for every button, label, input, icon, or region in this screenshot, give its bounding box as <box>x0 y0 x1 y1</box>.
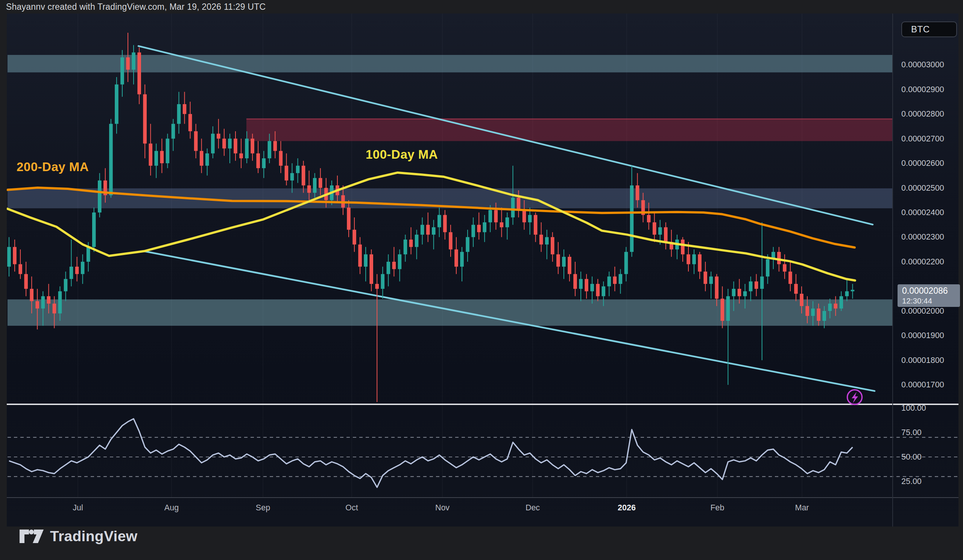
candle-body <box>522 210 526 222</box>
candle-body <box>24 274 28 289</box>
candle-body <box>630 185 634 252</box>
candle-body <box>704 272 707 284</box>
candle-body <box>126 58 130 70</box>
candle-body <box>364 254 368 267</box>
candle-body <box>709 277 713 284</box>
candle-body <box>217 134 220 138</box>
flash-publish-icon[interactable] <box>848 390 862 405</box>
candle-body <box>766 259 770 277</box>
candle-body <box>18 264 22 274</box>
candle-body <box>800 294 804 306</box>
time-tick-label-jul: Jul <box>73 502 83 513</box>
candle-body <box>636 185 639 200</box>
time-tick-label-sep: Sep <box>256 502 270 513</box>
candle-body <box>471 225 475 237</box>
candle-body <box>777 252 781 264</box>
candle-body <box>290 173 294 181</box>
attribution-text: Shayannv created with TradingView.com, M… <box>6 2 266 12</box>
candle-body <box>715 277 718 299</box>
tradingview-watermark: TradingView <box>19 528 137 545</box>
price-tick-label: 0.00002300 <box>901 232 958 242</box>
price-tick-label: 0.00002400 <box>901 207 958 217</box>
candle-body <box>307 185 311 193</box>
rsi-line <box>9 419 853 487</box>
tradingview-chart-page: Shayannv created with TradingView.com, M… <box>0 0 963 560</box>
candle-body <box>596 284 600 296</box>
candle-body <box>81 262 84 274</box>
candle-body <box>817 308 820 321</box>
candle-body <box>149 144 152 166</box>
time-axis[interactable] <box>7 498 958 526</box>
price-tick-label: 0.00002700 <box>901 134 958 144</box>
candle-body <box>13 247 16 264</box>
candle-body <box>205 154 209 166</box>
candle-body <box>681 240 685 254</box>
rsi-tick-label: 25.00 <box>901 476 958 486</box>
candle-body <box>36 301 39 309</box>
price-tick-label: 0.00002900 <box>901 85 958 94</box>
rsi-tick-label: 100.00 <box>901 403 958 413</box>
price-tick-label: 0.00001700 <box>901 380 958 390</box>
candle-body <box>449 232 452 249</box>
candle-body <box>822 311 826 321</box>
candle-body <box>573 274 577 289</box>
candle-body <box>370 254 373 284</box>
candle-body <box>664 227 668 242</box>
candle-body <box>579 279 583 289</box>
candle-body <box>488 210 492 222</box>
candle-body <box>613 277 617 284</box>
candle-body <box>268 141 272 158</box>
candle-body <box>194 131 198 151</box>
candle-body <box>432 227 436 235</box>
candle-body <box>851 290 854 291</box>
candle-body <box>53 304 57 313</box>
candle-body <box>788 272 792 284</box>
candle-body <box>245 139 249 158</box>
candle-body <box>98 181 102 212</box>
candle-body <box>721 299 725 321</box>
current-price-badge: 0.00002086 12:30:44 <box>898 284 960 307</box>
candle-body <box>794 284 798 294</box>
candle-body <box>466 237 469 252</box>
zone-support-2000 <box>8 299 893 326</box>
candle-body <box>352 230 356 244</box>
tradingview-watermark-text: TradingView <box>50 528 137 545</box>
price-tick-label: 0.00002800 <box>901 109 958 119</box>
candle-body <box>415 235 419 247</box>
candle-body <box>828 304 832 311</box>
candle-body <box>239 154 243 158</box>
rsi-tick-label: 50.00 <box>901 452 958 462</box>
candle-body <box>115 85 118 124</box>
candle-body <box>601 286 605 296</box>
candle-body <box>172 124 175 138</box>
candle-body <box>438 215 441 228</box>
time-tick-label-2026: 2026 <box>618 502 636 513</box>
candle-body <box>755 281 758 289</box>
candle-body <box>760 277 764 289</box>
price-chart-canvas[interactable] <box>7 13 958 526</box>
candle-body <box>30 289 34 301</box>
candle-body <box>460 252 464 267</box>
candle-body <box>58 291 62 313</box>
candle-body <box>534 215 538 235</box>
candle-body <box>109 124 113 195</box>
candle-body <box>262 158 266 168</box>
candle-body <box>562 257 566 267</box>
bar-countdown: 12:30:44 <box>902 296 960 305</box>
price-tick-label: 0.00002200 <box>901 257 958 267</box>
candle-body <box>743 291 747 296</box>
candle-body <box>619 274 623 284</box>
candle-body <box>421 225 424 235</box>
candle-body <box>845 291 849 296</box>
candle-body <box>658 227 662 235</box>
candle-body <box>358 244 362 267</box>
candle-body <box>120 58 124 85</box>
candle-body <box>647 215 651 223</box>
candle-body <box>177 104 181 124</box>
candle-body <box>477 225 481 232</box>
candle-body <box>404 240 407 254</box>
candle-body <box>143 94 147 144</box>
candle-body <box>511 198 515 217</box>
candle-body <box>233 139 237 154</box>
candle-body <box>296 166 300 173</box>
